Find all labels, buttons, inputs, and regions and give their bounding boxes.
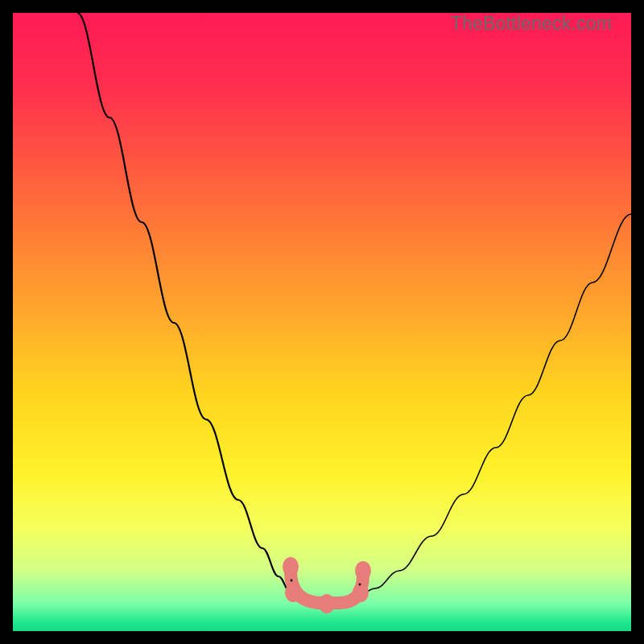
svg-point-2 <box>353 583 369 602</box>
svg-point-4 <box>319 594 335 613</box>
svg-point-1 <box>285 583 301 602</box>
watermark-text: TheBottleneck.com <box>451 13 612 35</box>
chart-canvas <box>13 13 631 631</box>
chart-frame: TheBottleneck.com <box>13 13 631 631</box>
svg-point-3 <box>355 561 371 580</box>
gradient-background <box>13 13 631 631</box>
svg-point-6 <box>359 584 361 586</box>
svg-point-5 <box>291 580 293 582</box>
svg-point-0 <box>283 557 299 576</box>
